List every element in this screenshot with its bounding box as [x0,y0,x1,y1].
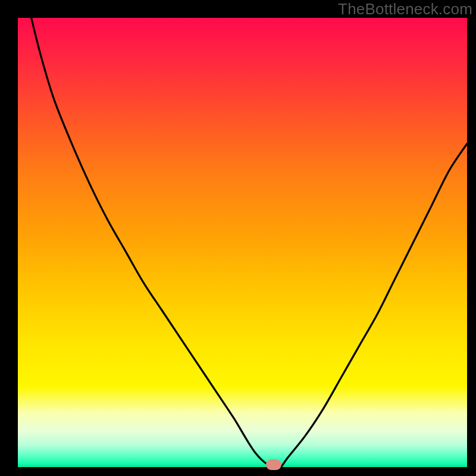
bottleneck-curve-svg [18,18,467,467]
chart-frame: TheBottleneck.com [0,0,476,476]
bottleneck-curve-path [32,18,467,467]
watermark-text: TheBottleneck.com [338,0,472,18]
minimum-marker [266,459,281,470]
